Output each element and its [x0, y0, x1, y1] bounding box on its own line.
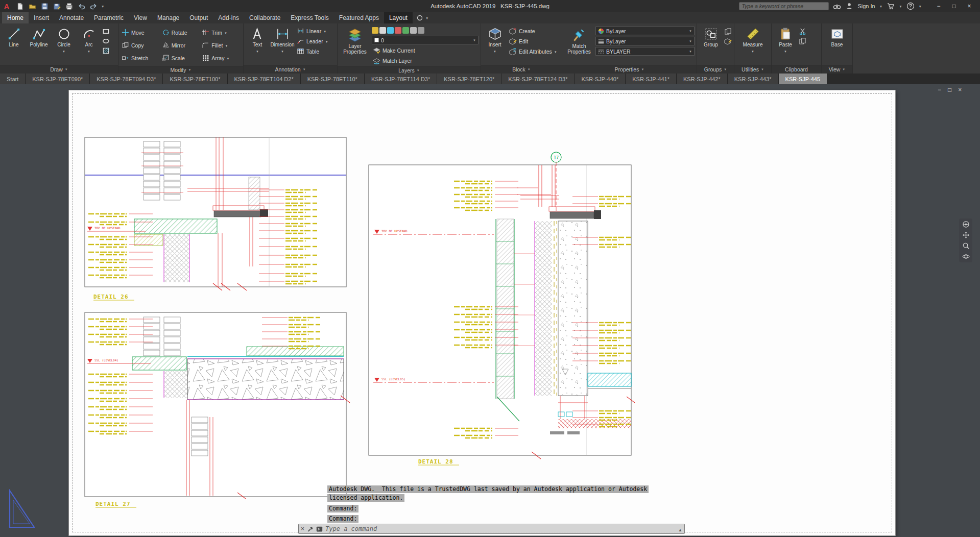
- ribbon-tab[interactable]: View: [129, 12, 152, 23]
- match-layer-button[interactable]: Match Layer: [372, 56, 479, 65]
- hatch-tool-icon[interactable]: [102, 47, 110, 55]
- base-button[interactable]: Base: [825, 25, 849, 47]
- layer-properties-button[interactable]: Layer Properties: [340, 25, 370, 55]
- panel-label-view[interactable]: View: [822, 65, 852, 74]
- rectangle-tool-icon[interactable]: [102, 28, 110, 35]
- pan-icon[interactable]: [962, 231, 970, 239]
- create-block-button[interactable]: Create: [508, 27, 558, 35]
- ribbon-minimize-icon[interactable]: ▼: [425, 16, 428, 20]
- save-button[interactable]: [40, 2, 49, 11]
- text-button[interactable]: Text: [246, 25, 269, 53]
- object-color-combo[interactable]: ByLayer: [595, 27, 695, 35]
- layer-off-icon[interactable]: [395, 27, 401, 34]
- ribbon-tab[interactable]: Insert: [29, 12, 54, 23]
- panel-label-modify[interactable]: Modify: [118, 66, 243, 74]
- insert-block-button[interactable]: Insert: [483, 25, 507, 53]
- ribbon-tab[interactable]: Collaborate: [244, 12, 285, 23]
- cart-dropdown-icon[interactable]: ▼: [899, 5, 902, 8]
- ungroup-icon[interactable]: [724, 28, 732, 35]
- insert-dropdown-icon[interactable]: [493, 48, 496, 53]
- ribbon-circle-icon[interactable]: [417, 15, 423, 21]
- file-tab[interactable]: KSR-SJP-78ET120*: [437, 74, 501, 84]
- sign-in-button[interactable]: Sign In: [857, 3, 875, 9]
- ribbon-tab[interactable]: Parametric: [89, 12, 129, 23]
- linetype-combo[interactable]: BYLAYER: [595, 47, 695, 56]
- orbit-icon[interactable]: [962, 253, 970, 260]
- group-edit-icon[interactable]: [724, 37, 732, 45]
- stretch-button[interactable]: Stretch: [121, 54, 161, 62]
- circle-button[interactable]: Circle: [52, 25, 76, 53]
- fillet-dropdown-icon[interactable]: [225, 43, 228, 47]
- ribbon-tab[interactable]: Annotate: [54, 12, 89, 23]
- help-search-input[interactable]: [742, 3, 826, 9]
- command-input[interactable]: [325, 525, 676, 532]
- leader-dropdown-icon[interactable]: [325, 39, 328, 43]
- search-icon[interactable]: [833, 2, 841, 10]
- file-tab[interactable]: KSR-SJP-442*: [677, 74, 728, 84]
- layer-lock-icon[interactable]: [387, 27, 394, 34]
- panel-label-utilities[interactable]: Utilities: [734, 65, 771, 74]
- command-line[interactable]: ×: [298, 524, 685, 534]
- mirror-button[interactable]: Mirror: [161, 41, 201, 50]
- edit-attributes-button[interactable]: Edit Attributes: [508, 47, 558, 56]
- viewport-close-button[interactable]: ×: [958, 86, 962, 93]
- undo-button[interactable]: [77, 2, 86, 11]
- command-history-arrow-icon[interactable]: [678, 524, 682, 533]
- match-properties-button[interactable]: Match Properties: [564, 25, 594, 55]
- ribbon-tab[interactable]: Featured Apps: [334, 12, 384, 23]
- text-dropdown-icon[interactable]: [256, 48, 259, 53]
- arc-dropdown-icon[interactable]: [87, 48, 90, 53]
- copy-clip-icon[interactable]: [799, 37, 806, 45]
- file-tab[interactable]: Start: [0, 74, 26, 84]
- user-icon[interactable]: [845, 2, 853, 10]
- file-tab[interactable]: KSR-SJP-78ET110*: [301, 74, 365, 84]
- qat-dropdown-icon[interactable]: ▼: [101, 5, 104, 8]
- move-button[interactable]: Move: [121, 28, 161, 37]
- paper-sheet[interactable]: TOP OF UPSTAND DETAIL 26: [69, 90, 895, 535]
- edit-attributes-dropdown-icon[interactable]: [554, 50, 557, 54]
- autocad-logo[interactable]: A: [0, 0, 13, 12]
- file-tab[interactable]: KSR-SJP-78ET114 D3*: [365, 74, 437, 84]
- layer-freeze-icon[interactable]: [418, 27, 424, 34]
- array-button[interactable]: Array: [201, 54, 241, 62]
- layer-combo[interactable]: 0: [372, 36, 479, 44]
- file-tab[interactable]: KSR-SJP-445: [779, 74, 827, 84]
- cut-icon[interactable]: [799, 28, 806, 35]
- open-file-button[interactable]: [28, 2, 37, 11]
- linear-dropdown-icon[interactable]: [323, 29, 326, 33]
- measure-dropdown-icon[interactable]: [751, 48, 754, 53]
- file-tab[interactable]: KSR-SJP-78ET104 D2*: [228, 74, 301, 84]
- file-tab[interactable]: KSR-SJP-441*: [626, 74, 677, 84]
- minimize-button[interactable]: −: [931, 0, 946, 12]
- layer-thaw-icon[interactable]: [379, 27, 386, 34]
- panel-label-layers[interactable]: Layers: [338, 66, 481, 74]
- leader-button[interactable]: Leader: [296, 37, 329, 45]
- paste-button[interactable]: Paste: [774, 25, 797, 53]
- edit-block-button[interactable]: Edit: [508, 37, 558, 45]
- panel-label-annotation[interactable]: Annotation: [244, 65, 337, 74]
- help-icon[interactable]: [906, 2, 915, 10]
- command-customize-wrench-icon[interactable]: [307, 526, 314, 532]
- command-close-icon[interactable]: ×: [301, 526, 304, 532]
- app-store-cart-icon[interactable]: [887, 2, 895, 10]
- sign-in-dropdown-icon[interactable]: ▼: [879, 5, 882, 8]
- drawing-canvas[interactable]: − □ ×: [0, 84, 980, 537]
- layer-unisolate-icon[interactable]: [410, 27, 417, 34]
- array-dropdown-icon[interactable]: [226, 56, 229, 60]
- viewport-minimize-button[interactable]: −: [938, 86, 941, 93]
- file-tab[interactable]: KSR-SJP-440*: [575, 74, 626, 84]
- new-file-button[interactable]: [15, 2, 25, 11]
- trim-dropdown-icon[interactable]: [224, 31, 227, 35]
- trim-button[interactable]: Trim: [201, 28, 241, 37]
- measure-button[interactable]: Measure: [741, 25, 764, 53]
- line-button[interactable]: Line: [2, 25, 26, 47]
- fillet-button[interactable]: Fillet: [201, 41, 241, 50]
- file-tab[interactable]: KSR-SJP-78ET124 D3*: [501, 74, 575, 84]
- linear-button[interactable]: Linear: [296, 27, 329, 35]
- ribbon-tab[interactable]: Layout: [384, 12, 413, 23]
- dimension-button[interactable]: Dimension: [271, 25, 294, 53]
- polyline-button[interactable]: Polyline: [27, 25, 51, 47]
- scale-button[interactable]: Scale: [161, 54, 201, 62]
- ribbon-tab[interactable]: Output: [184, 12, 213, 23]
- ellipse-tool-icon[interactable]: [102, 37, 110, 45]
